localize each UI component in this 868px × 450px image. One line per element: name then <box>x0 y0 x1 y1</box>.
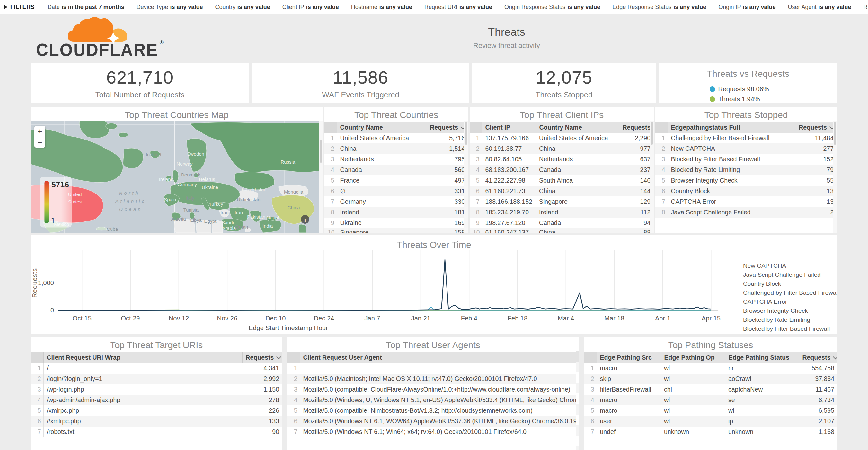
column-header[interactable]: Edgepathingstatus Full <box>668 122 781 133</box>
table-row[interactable]: 2skipwlaoCrawl37,834 <box>584 373 837 384</box>
table-row[interactable]: 468.183.200.167Canada237 <box>470 164 654 175</box>
row-number: 1 <box>287 363 300 373</box>
table-row[interactable]: 1/4,341 <box>31 363 282 373</box>
table-row[interactable]: 1macrowlnr554,758 <box>584 363 837 373</box>
filters-toggle[interactable]: FILTERS <box>4 4 35 10</box>
table-row[interactable]: 6Mozilla/5.0 (Windows NT 6.1; WOW64) App… <box>287 416 579 426</box>
map-label: Kazakhstan <box>242 186 266 192</box>
filter-item-country[interactable]: Countryis any value <box>215 4 270 10</box>
table-row[interactable]: 5macrowlwl6,595 <box>584 405 837 416</box>
table-row[interactable]: 4macrowlse6,734 <box>584 395 837 405</box>
table-row[interactable]: 3/wp-login.php1,150 <box>31 384 282 395</box>
table-row[interactable]: 7/robots.txt90 <box>31 426 282 437</box>
legend-item[interactable]: Country Block <box>732 280 835 287</box>
table-row[interactable]: 10Singapore158 <box>324 228 468 233</box>
legend-item[interactable]: Challenged by Filter Based Firewall <box>732 289 835 296</box>
legend-item[interactable]: Blocked by Rate Limiting <box>732 316 835 323</box>
filter-item-origin-response-status[interactable]: Origin Response Statusis any value <box>504 4 600 10</box>
table-cell: 80.82.64.105 <box>482 154 536 164</box>
column-header[interactable]: Country Name <box>536 122 619 133</box>
world-map[interactable]: CanadaUnitedStatesMexicoCubaIcelandIrela… <box>31 121 319 233</box>
table-row[interactable]: 3Blocked by Filter Based Firewall152 <box>655 154 837 164</box>
expand-arrow-icon <box>4 5 7 9</box>
table-row[interactable]: 6userwlip2,107 <box>584 416 837 426</box>
table-row[interactable]: 5/xmlrpc.php226 <box>31 405 282 416</box>
column-header[interactable]: Edge Pathing Src <box>596 352 661 363</box>
top-threats-stopped-scrollbar[interactable] <box>833 121 837 233</box>
table-row[interactable]: 1Challenged by Filter Based Firewall11,4… <box>655 133 837 143</box>
column-header[interactable]: Client Request User Agent <box>300 352 579 363</box>
filter-item-origin-ip[interactable]: Origin IPis any value <box>718 4 775 10</box>
column-header[interactable]: Requests <box>799 352 837 363</box>
table-row[interactable]: 4Blocked by Rate Limiting79 <box>655 164 837 175</box>
table-row[interactable]: 8Ireland181 <box>324 207 468 218</box>
table-row[interactable]: 5Browser Integrity Check55 <box>655 175 837 186</box>
map-info-button[interactable]: i <box>301 215 309 224</box>
legend-item[interactable]: Blocked by Filter Based Firewall <box>732 325 835 332</box>
table-row[interactable]: 2China1,514 <box>324 143 468 154</box>
table-row[interactable]: 4Canada560 <box>324 164 468 175</box>
filter-item-date[interactable]: Dateis in the past 7 months <box>48 4 124 10</box>
table-row[interactable]: 5France497 <box>324 175 468 186</box>
legend-item[interactable]: Java Script Challenge Failed <box>732 271 835 278</box>
table-row[interactable]: 1 <box>287 363 579 373</box>
table-row[interactable]: 541.222.227.98South Africa146 <box>470 175 654 186</box>
table-row[interactable]: 2Mozilla/5.0 (Macintosh; Intel Mac OS X … <box>287 373 579 384</box>
table-row[interactable]: 3Mozilla/5.0 (compatible; CloudFlare-Alw… <box>287 384 579 395</box>
zoom-out-button[interactable]: − <box>34 137 45 148</box>
legend-item[interactable]: CAPTCHA Error <box>732 298 835 305</box>
table-row[interactable]: 9198.27.67.120Canada94 <box>470 218 654 228</box>
table-row[interactable]: 6∅331 <box>324 186 468 197</box>
table-row[interactable]: 7undefunknownunknown1,168 <box>584 426 837 437</box>
cloudflare-logo: CLOUDFLARE ® <box>36 16 164 59</box>
table-row[interactable]: 8185.234.219.70Ireland112 <box>470 207 654 218</box>
column-header[interactable]: Requests <box>420 122 468 133</box>
table-row[interactable]: 2New CAPTCHA277 <box>655 143 837 154</box>
filter-item-edge-response-status[interactable]: Edge Response Statusis any value <box>612 4 706 10</box>
zoom-in-button[interactable]: + <box>34 126 45 137</box>
table-row[interactable]: 6Country Block13 <box>655 186 837 197</box>
column-header[interactable]: Edge Pathing Op <box>661 352 725 363</box>
filter-item-rayid[interactable]: RayIDis any val… <box>864 4 868 10</box>
legend-label: Challenged by Filter Based Firewall <box>743 289 837 296</box>
column-header[interactable]: Edge Pathing Status <box>725 352 799 363</box>
table-row[interactable]: 6//xmlrpc.php133 <box>31 416 282 426</box>
column-header[interactable]: Requests <box>781 122 837 133</box>
column-header[interactable]: Requests <box>242 352 282 363</box>
table-row[interactable]: 1United States of America5,716 <box>324 133 468 143</box>
legend-item[interactable]: Browser Integrity Check <box>732 307 835 314</box>
filter-item-request-uri[interactable]: Request URIis any value <box>424 4 492 10</box>
row-number: 6 <box>470 186 482 197</box>
column-header[interactable]: Client Request URI Wrap <box>43 352 242 363</box>
table-row[interactable]: 380.82.64.105Netherlands637 <box>470 154 654 164</box>
table-row[interactable]: 9Ukraine169 <box>324 218 468 228</box>
table-row[interactable]: 7188.166.188.152Singapore129 <box>470 197 654 207</box>
table-row[interactable]: 7Germany330 <box>324 197 468 207</box>
column-header[interactable]: Client IP <box>482 122 536 133</box>
column-header[interactable]: Country Name <box>337 122 420 133</box>
table-row[interactable]: 2/login/?login_only=12,992 <box>31 373 282 384</box>
threats-over-time-chart[interactable]: Oct 15Oct 29Nov 12Nov 26Dec 10Dec 24Jan … <box>31 235 730 334</box>
table-row[interactable]: 7Mozilla/5.0 (Windows NT 6.1; Win64; x64… <box>287 426 579 437</box>
top-threat-countries-scrollbar[interactable] <box>464 121 468 233</box>
table-row[interactable]: 1137.175.79.166United States of America2… <box>470 133 654 143</box>
map-scrollbar[interactable] <box>319 121 323 233</box>
table-row[interactable]: 3filterBasedFirewallchlcaptchaNew11,467 <box>584 384 837 395</box>
filter-item-device-type[interactable]: Device Typeis any value <box>136 4 203 10</box>
legend-item[interactable]: New CAPTCHA <box>732 262 835 269</box>
table-row[interactable]: 4/wp-admin/admin-ajax.php278 <box>31 395 282 405</box>
table-row[interactable]: 4Mozilla/5.0 (Windows; U; Windows NT 5.1… <box>287 395 579 405</box>
table-row[interactable]: 3Netherlands795 <box>324 154 468 164</box>
table-row[interactable]: 661.160.221.73China144 <box>470 186 654 197</box>
filter-item-hostname[interactable]: Hostnameis any value <box>351 4 412 10</box>
top-threat-client-ips-scrollbar[interactable] <box>650 121 654 233</box>
table-row[interactable]: 8Java Script Challenge Failed2 <box>655 207 837 218</box>
table-row[interactable]: 5Mozilla/5.0 (compatible; Nimbostratus-B… <box>287 405 579 416</box>
filter-item-client-ip[interactable]: Client IPis any value <box>282 4 339 10</box>
column-header[interactable]: Requests <box>619 122 654 133</box>
table-cell: 61.160.221.73 <box>482 186 536 197</box>
table-row[interactable]: 260.191.38.77China977 <box>470 143 654 154</box>
table-row[interactable]: 1061.160.247.137China88 <box>470 228 654 233</box>
table-row[interactable]: 7CAPTCHA Error13 <box>655 197 837 207</box>
filter-item-user-agent[interactable]: User Agentis any value <box>788 4 851 10</box>
